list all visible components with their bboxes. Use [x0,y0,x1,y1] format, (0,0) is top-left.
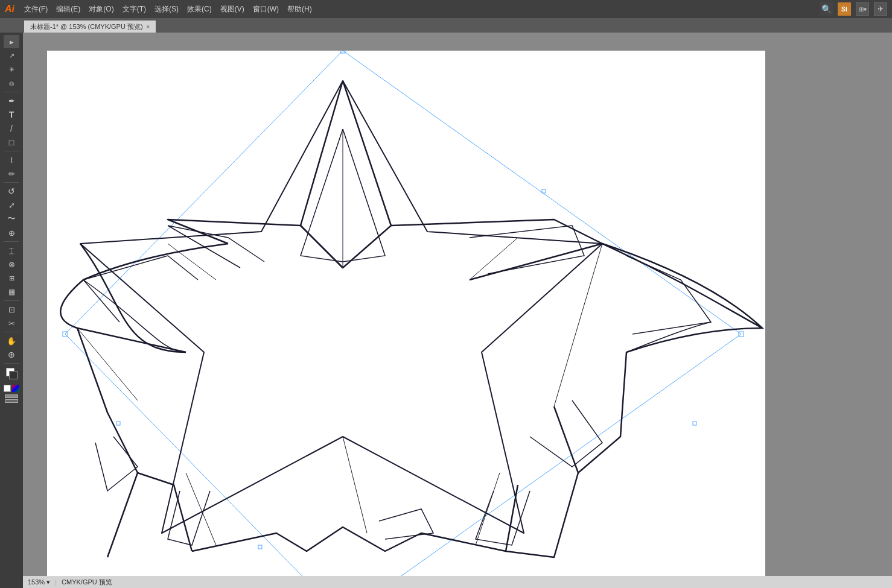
status-bar: 153% ▾ | CMYK/GPU 预览 [23,576,892,588]
svg-line-16 [554,244,602,406]
scale-tool[interactable]: ⤢ [4,198,19,212]
tool-sep-4 [4,241,19,242]
hand-tool[interactable]: ✋ [4,334,19,347]
status-colormode: CMYK/GPU 预览 [62,578,112,587]
paintbrush-tool[interactable]: ⌇ [4,153,19,166]
artboard-tool[interactable]: ⊡ [4,303,19,316]
canvas-area[interactable]: 153% ▾ | CMYK/GPU 预览 [23,33,892,588]
tool-sep-5 [4,300,19,301]
svg-rect-10 [116,422,120,425]
blend-tool[interactable]: ⊗ [4,258,19,271]
svg-line-1 [65,51,343,334]
menu-bar: 文件(F) 编辑(E) 对象(O) 文字(T) 选择(S) 效果(C) 视图(V… [21,0,820,18]
tool-sep-7 [4,363,19,364]
search-icon[interactable]: 🔍 [820,2,833,16]
line-tool[interactable]: / [4,122,19,135]
width-tool[interactable]: ⊕ [4,226,19,239]
direct-selection-tool[interactable]: ↗ [4,49,19,62]
svg-rect-9 [693,422,696,425]
menu-help[interactable]: 帮助(H) [284,3,316,16]
title-bar-right: 🔍 St ⊞▾ ✈ [820,2,887,16]
svg-line-12 [301,81,343,226]
rotate-tool[interactable]: ↺ [4,185,19,198]
svg-line-2 [65,334,343,581]
draw-behind-icon[interactable] [5,399,18,403]
menu-effect[interactable]: 效果(C) [183,3,215,16]
svg-marker-13 [80,81,602,533]
canvas-svg [47,51,765,581]
symbol-tool[interactable]: ⊞ [4,271,19,285]
title-bar: Ai 文件(F) 编辑(E) 对象(O) 文字(T) 选择(S) 效果(C) 视… [0,0,892,18]
svg-line-18 [343,437,367,533]
menu-type[interactable]: 文字(T) [119,3,150,16]
type-tool[interactable]: T [4,108,19,121]
draw-normal-icon[interactable] [5,394,18,398]
pencil-tool[interactable]: ✏ [4,167,19,180]
tool-sep-6 [4,332,19,332]
menu-file[interactable]: 文件(F) [21,3,51,16]
lasso-tool[interactable]: ⌾ [4,77,19,90]
magic-wand-tool[interactable]: ✳ [4,63,19,76]
slice-tool[interactable]: ✂ [4,317,19,330]
eyedropper-tool[interactable]: ⌶ [4,244,19,257]
artboard [47,51,765,581]
tool-sep-2 [4,151,19,151]
draw-mode-icons [5,394,18,403]
ai-logo: Ai [5,4,14,14]
svg-line-3 [343,334,741,581]
rectangle-tool[interactable]: □ [4,136,19,149]
arrange-icon[interactable]: ✈ [874,2,887,16]
zoom-tool[interactable]: ⊕ [4,348,19,361]
color-mode-icons [4,385,19,392]
pen-tool[interactable]: ✒ [4,94,19,107]
status-zoom: 153% ▾ [28,578,50,586]
svg-rect-11 [258,545,262,549]
libraries-icon[interactable]: St [838,2,851,16]
graph-tool[interactable]: ▦ [4,285,19,299]
tab-bar: 未标题-1* @ 153% (CMYK/GPU 预览) × [0,18,892,33]
menu-select[interactable]: 选择(S) [151,3,182,16]
menu-window[interactable]: 窗口(W) [249,3,282,16]
menu-object[interactable]: 对象(O) [85,3,117,16]
tool-sep-1 [4,92,19,92]
menu-edit[interactable]: 编辑(E) [53,3,84,16]
selection-tool[interactable]: ▸ [4,35,19,48]
document-tab[interactable]: 未标题-1* @ 153% (CMYK/GPU 预览) × [24,21,156,33]
toolbox: ▸ ↗ ✳ ⌾ ✒ T / □ ⌇ ✏ ↺ ⤢ 〜 ⊕ ⌶ ⊗ ⊞ ▦ ⊡ ✂ … [0,33,23,588]
menu-view[interactable]: 视图(V) [217,3,248,16]
warp-tool[interactable]: 〜 [4,212,19,226]
main-area: ▸ ↗ ✳ ⌾ ✒ T / □ ⌇ ✏ ↺ ⤢ 〜 ⊕ ⌶ ⊗ ⊞ ▦ ⊡ ✂ … [0,33,892,588]
tab-label: 未标题-1* @ 153% (CMYK/GPU 预览) [30,22,143,31]
none-icon[interactable] [4,385,11,392]
view-toggle-icon[interactable]: ⊞▾ [856,2,869,16]
fill-stroke-indicator[interactable] [4,367,19,382]
gradient-icon[interactable] [12,385,19,392]
tab-close-button[interactable]: × [147,24,150,30]
tool-sep-3 [4,182,19,183]
